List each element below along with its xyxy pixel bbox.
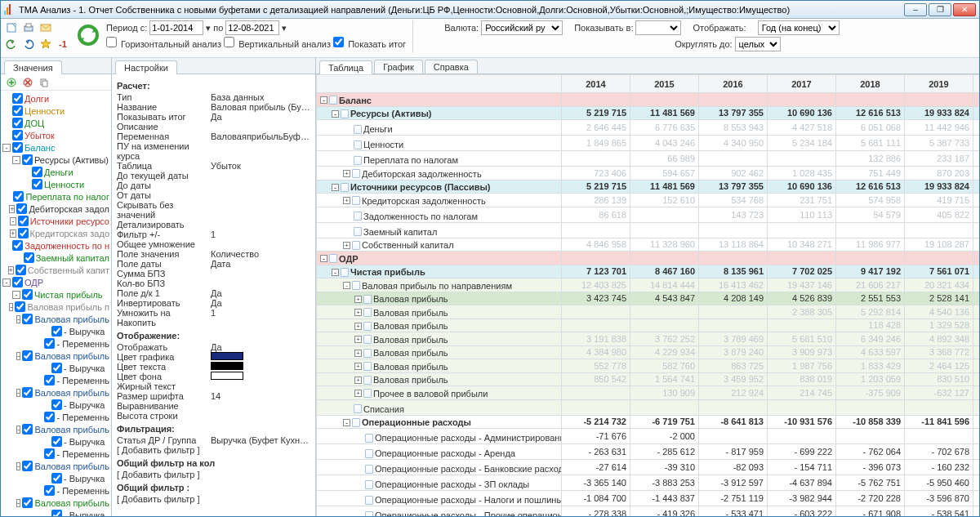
tree-checkbox[interactable] <box>51 436 62 447</box>
table-row[interactable]: -Операционные расходы-5 214 732-6 719 75… <box>317 415 980 429</box>
prop-row[interactable]: Описание <box>117 122 310 131</box>
tree-checkbox[interactable] <box>15 301 25 312</box>
prop-row[interactable]: Кол-во БПЗ <box>117 279 310 288</box>
tree-node[interactable]: -Валовая прибыль <box>2 350 109 362</box>
tree-checkbox[interactable] <box>44 412 55 422</box>
tree-node[interactable]: +Дебиторская задол <box>2 203 109 215</box>
expander-icon[interactable]: - <box>16 389 21 397</box>
prop-row[interactable]: Фильтр +/-1 <box>117 230 310 239</box>
tree-checkbox[interactable] <box>18 216 29 226</box>
prop-row[interactable]: Показывать итогДа <box>117 112 310 122</box>
prop-row[interactable]: Общее умножение <box>117 239 310 249</box>
tree-checkbox[interactable] <box>22 289 33 300</box>
table-row[interactable]: Операционные расходы - Банковские расход… <box>317 460 980 475</box>
tree-node[interactable]: -Ресурсы (Активы) <box>2 154 109 166</box>
mail-icon[interactable] <box>38 20 53 35</box>
refresh-icon[interactable] <box>74 20 103 50</box>
expander-icon[interactable]: + <box>8 266 14 274</box>
date-to-input[interactable] <box>225 20 279 35</box>
tree-node[interactable]: Задолженность по н <box>2 239 109 252</box>
tree-checkbox[interactable] <box>44 375 55 386</box>
currency-select[interactable]: Российский ру <box>481 20 563 35</box>
tree-checkbox[interactable] <box>22 497 33 508</box>
tree-node[interactable]: ДОЦ <box>2 117 109 129</box>
table-row[interactable]: +Валовая прибыль4 384 9804 229 9343 879 … <box>317 345 980 359</box>
tree-node[interactable]: - Выручка <box>2 325 109 337</box>
expander-icon[interactable]: + <box>343 197 350 204</box>
prop-row[interactable]: [ Добавить фильтр ] <box>117 470 310 479</box>
col-header-year[interactable]: 2019 <box>905 75 973 93</box>
tree-node[interactable]: -Чистая прибыль <box>2 288 109 301</box>
expander-icon[interactable]: + <box>10 230 16 238</box>
prop-row[interactable]: Цвет фона <box>117 372 310 381</box>
table-row[interactable]: +Валовая прибыль3 191 8383 762 2523 789 … <box>317 332 980 346</box>
tree-checkbox[interactable] <box>44 448 55 459</box>
tree-checkbox[interactable] <box>51 399 62 410</box>
expander-icon[interactable]: + <box>9 205 15 213</box>
tree-node[interactable]: -Валовая прибыль <box>2 423 109 435</box>
expander-icon[interactable]: + <box>354 350 362 357</box>
prop-row[interactable]: Скрывать без значений <box>117 200 310 220</box>
show-total-checkbox[interactable]: Показать итог <box>333 37 406 49</box>
table-row[interactable]: Деньги2 646 4456 776 6358 553 9434 427 5… <box>317 120 980 136</box>
new-icon[interactable] <box>4 20 19 35</box>
horizontal-analysis-checkbox[interactable]: Горизонтальный анализ <box>106 37 221 49</box>
tree-node[interactable]: - Выручка <box>2 435 109 448</box>
prop-row[interactable]: [ Добавить фильтр ] <box>117 445 310 455</box>
tab-settings[interactable]: Настройки <box>115 60 177 74</box>
tree-node[interactable]: -Валовая прибыль <box>2 386 109 399</box>
tree-checkbox[interactable] <box>44 338 55 349</box>
table-row[interactable]: -Валовая прибыль по направлениям12 403 8… <box>317 279 980 292</box>
col-header[interactable] <box>317 75 562 93</box>
expander-icon[interactable]: - <box>9 303 13 311</box>
tree-checkbox[interactable] <box>12 118 23 128</box>
tab-справка[interactable]: Справка <box>425 60 478 74</box>
maximize-button[interactable]: ❐ <box>929 3 951 16</box>
tree-checkbox[interactable] <box>22 424 33 435</box>
undo-icon[interactable] <box>4 37 19 51</box>
table-row[interactable]: Списания <box>317 399 980 415</box>
tree-checkbox[interactable] <box>18 228 29 238</box>
prop-row[interactable]: Размер шрифта14 <box>117 391 310 401</box>
expander-icon[interactable]: - <box>343 419 350 426</box>
tree-checkbox[interactable] <box>22 461 33 471</box>
expander-icon[interactable]: + <box>354 390 362 397</box>
table-row[interactable]: Операционные расходы - ЗП оклады-3 365 1… <box>317 475 980 491</box>
tree-node[interactable]: Долги <box>2 92 109 105</box>
tree-node[interactable]: - Выручка <box>2 509 109 516</box>
tree-checkbox[interactable] <box>51 326 62 336</box>
tab-график[interactable]: График <box>374 60 423 74</box>
tree-node[interactable]: -Баланс <box>2 141 109 154</box>
table-row[interactable]: +Собственный капитал4 846 95811 328 9601… <box>317 238 980 252</box>
prop-row[interactable]: Умножить на1 <box>117 308 310 318</box>
col-header-year[interactable]: 2014 <box>562 75 630 93</box>
expander-icon[interactable]: - <box>2 279 11 287</box>
table-row[interactable]: +Валовая прибыль118 4281 329 528 <box>317 319 980 332</box>
table-row[interactable]: Заемный капитал <box>317 222 980 238</box>
prop-row[interactable]: Статья ДР / ГруппаВыручка (Буфет Кухни),… <box>117 435 310 445</box>
show-in-select[interactable] <box>635 20 681 35</box>
tree-checkbox[interactable] <box>44 485 55 496</box>
expander-icon[interactable]: - <box>16 499 21 507</box>
tab-таблица[interactable]: Таблица <box>319 60 372 74</box>
prop-row[interactable]: Накопить <box>117 318 310 328</box>
tree-checkbox[interactable] <box>22 387 33 398</box>
table-row[interactable]: -Баланс <box>317 93 980 107</box>
col-header-year[interactable]: 2016 <box>699 75 768 93</box>
table-row[interactable]: Ценности1 849 8654 043 2464 340 9505 234… <box>317 136 980 151</box>
tree-node[interactable]: - Выручка <box>2 472 109 484</box>
expander-icon[interactable]: + <box>354 336 362 343</box>
expander-icon[interactable]: - <box>16 462 21 470</box>
tree-node[interactable]: - Выручка <box>2 362 109 374</box>
col-header-year[interactable]: 2017 <box>768 75 836 93</box>
tree-node[interactable]: Убыток <box>2 129 109 141</box>
tree-checkbox[interactable] <box>32 179 42 189</box>
expander-icon[interactable]: - <box>2 144 11 152</box>
tree-checkbox[interactable] <box>51 363 62 373</box>
expander-icon[interactable]: + <box>343 242 350 249</box>
table-row[interactable]: Задолженность по налогам86 618143 723110… <box>317 207 980 222</box>
tree-checkbox[interactable] <box>51 473 62 484</box>
expander-icon[interactable]: + <box>354 363 362 370</box>
table-row[interactable]: -ОДР <box>317 252 980 265</box>
table-row[interactable]: +Дебиторская задолженность723 406594 657… <box>317 167 980 181</box>
